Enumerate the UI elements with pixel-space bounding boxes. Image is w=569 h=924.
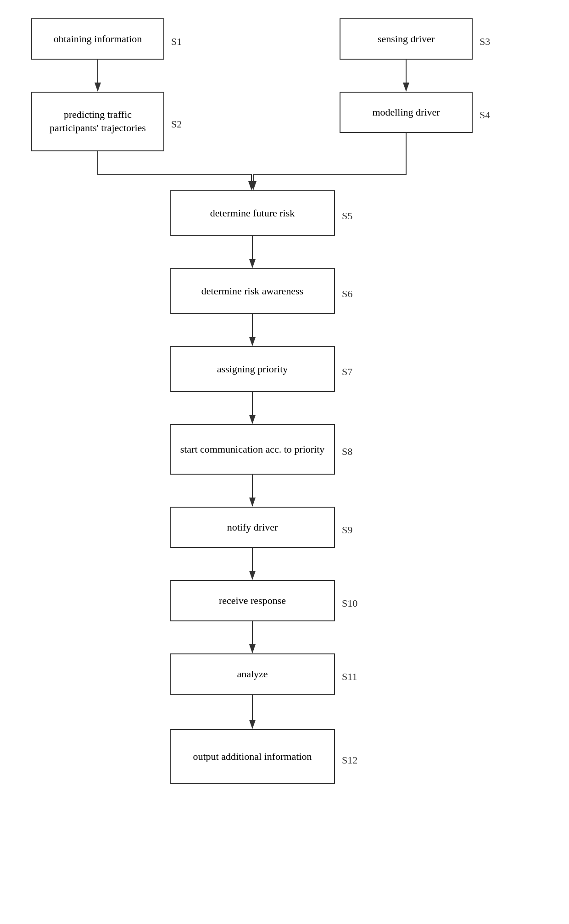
box-s9: notify driver	[170, 507, 335, 548]
box-s8: start communication acc. to priority	[170, 424, 335, 475]
step-label-s10: S10	[342, 598, 357, 609]
step-label-s9: S9	[342, 524, 352, 536]
step-label-s6: S6	[342, 288, 352, 300]
step-label-s7: S7	[342, 366, 352, 378]
box-s12: output additional information	[170, 729, 335, 784]
step-label-s3: S3	[480, 36, 490, 48]
step-label-s1: S1	[171, 36, 182, 48]
box-s1: obtaining information	[31, 18, 164, 60]
box-s10: receive response	[170, 580, 335, 621]
box-s11: analyze	[170, 653, 335, 695]
box-s6: determine risk awareness	[170, 268, 335, 314]
box-s7: assigning priority	[170, 346, 335, 392]
step-label-s12: S12	[342, 754, 357, 766]
box-s4: modelling driver	[340, 92, 473, 133]
step-label-s11: S11	[342, 671, 357, 683]
step-label-s5: S5	[342, 210, 352, 222]
step-label-s8: S8	[342, 446, 352, 458]
flowchart-diagram: obtaining information sensing driver pre…	[0, 0, 569, 924]
step-label-s2: S2	[171, 118, 182, 130]
step-label-s4: S4	[480, 109, 490, 121]
box-s3: sensing driver	[340, 18, 473, 60]
box-s5: determine future risk	[170, 190, 335, 236]
box-s2: predicting traffic participants' traject…	[31, 92, 164, 151]
